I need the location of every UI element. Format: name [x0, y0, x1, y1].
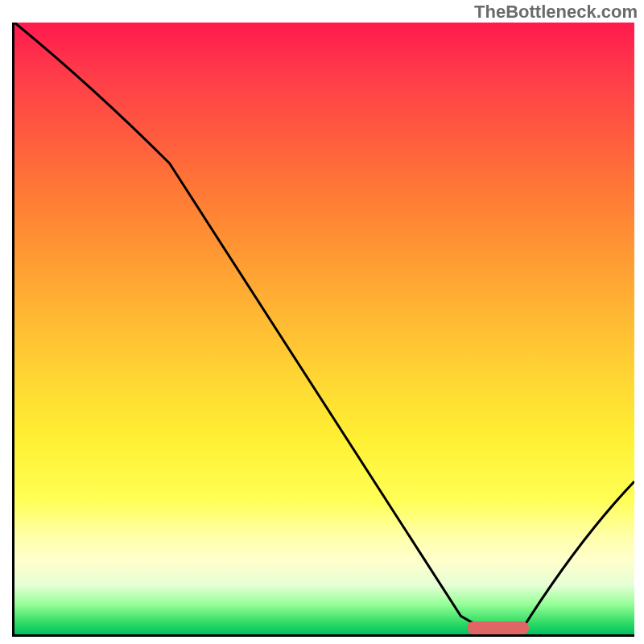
chart-container: TheBottleneck.com — [0, 0, 644, 644]
line-series — [14, 23, 634, 634]
plot-area — [12, 23, 634, 637]
watermark-text: TheBottleneck.com — [474, 2, 638, 23]
bottleneck-curve-path — [14, 23, 634, 628]
optimal-zone-marker — [467, 621, 529, 634]
